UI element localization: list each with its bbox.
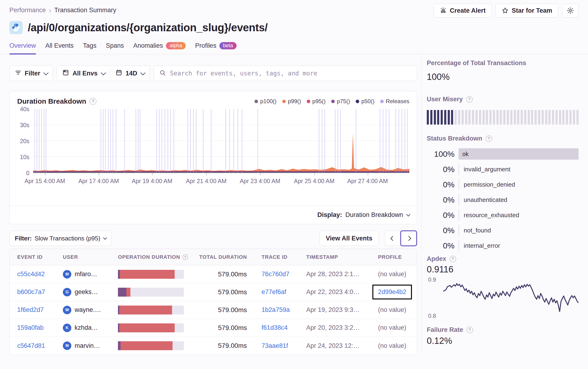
tab-all-events[interactable]: All Events xyxy=(45,42,74,54)
chevron-right-icon xyxy=(406,236,411,241)
events-table: EVENT ID USER OPERATION DURATION? TOTAL … xyxy=(10,249,417,355)
x-tick-mark xyxy=(206,173,207,175)
help-icon[interactable]: ? xyxy=(467,327,473,333)
misery-segment-empty xyxy=(552,110,554,125)
pagination xyxy=(385,230,417,246)
x-tick-mark xyxy=(45,173,45,175)
misery-segment-empty xyxy=(465,110,467,125)
chevron-down-icon[interactable] xyxy=(406,212,410,217)
event-id-link[interactable]: 1f6ed2d7 xyxy=(17,306,63,314)
user-misery-bar[interactable] xyxy=(427,110,578,125)
trace-id-link[interactable]: 73aae81f xyxy=(262,342,306,349)
legend-item-p95[interactable]: p95() xyxy=(307,98,326,105)
x-tick-mark xyxy=(152,173,153,175)
help-icon[interactable]: ? xyxy=(486,135,492,142)
search-input[interactable] xyxy=(170,70,412,77)
x-tick-label: Apr 19 4:00 AM xyxy=(132,178,172,184)
user-misery-heading: User Misery ? xyxy=(427,96,578,103)
star-for-team-button[interactable]: Star for Team xyxy=(495,4,558,17)
legend-item-p100[interactable]: p100() xyxy=(254,98,276,105)
misery-segment-filled xyxy=(444,110,446,125)
duration-chart-plot[interactable] xyxy=(33,109,409,173)
environment-selector[interactable]: All Envs xyxy=(57,66,110,81)
apdex-heading: Apdex ? xyxy=(427,255,578,262)
trace-id-link[interactable]: e77ef6af xyxy=(262,288,306,296)
misery-segment-filled xyxy=(437,110,439,125)
help-icon[interactable]: ? xyxy=(450,256,456,262)
filter-dropdown[interactable]: Filter xyxy=(10,66,53,81)
status-bar-ok[interactable]: ok xyxy=(459,148,578,160)
avatar: G xyxy=(63,288,71,296)
col-user[interactable]: USER xyxy=(63,254,118,260)
user-cell: Mmfaro… xyxy=(63,270,118,279)
status-row-permission-denied: 0% permission_denied xyxy=(427,179,578,190)
gear-icon xyxy=(567,7,574,14)
legend-item-p50[interactable]: p50() xyxy=(356,98,375,105)
zero-bar-tick xyxy=(459,194,459,205)
trace-id-link[interactable]: f61d38c4 xyxy=(262,324,306,331)
events-table-controls: Filter: Slow Transactions (p95) View All… xyxy=(10,230,417,246)
next-page-button[interactable] xyxy=(400,230,417,246)
col-trace-id[interactable]: TRACE ID xyxy=(262,254,306,260)
tab-spans[interactable]: Spans xyxy=(106,42,124,54)
user-name: kzhda… xyxy=(75,324,98,331)
apdex-y-axis: 0.90.8 xyxy=(427,278,443,318)
legend-item-releases[interactable]: Releases xyxy=(380,98,409,105)
y-tick-label: 30s xyxy=(20,122,29,129)
filter-label: Filter xyxy=(25,70,40,77)
create-alert-button[interactable]: Create Alert xyxy=(434,4,492,17)
avatar: M xyxy=(63,341,71,350)
date-range-selector[interactable]: 14D xyxy=(110,66,150,81)
col-total-duration[interactable]: TOTAL DURATION xyxy=(199,254,262,260)
col-operation-duration[interactable]: OPERATION DURATION? xyxy=(118,254,199,260)
status-breakdown-rows: 100% ok 0% invalid_argument 0% permissio… xyxy=(427,148,578,251)
event-id-link[interactable]: c5647d81 xyxy=(17,342,63,349)
trace-id-link[interactable]: 1b2a759a xyxy=(262,306,306,314)
apdex-sparkline[interactable] xyxy=(443,278,578,318)
event-id-link[interactable]: c55c4d42 xyxy=(17,270,63,278)
tab-profiles[interactable]: Profiles beta xyxy=(195,42,237,54)
calendar-icon xyxy=(115,69,122,78)
x-tick-mark xyxy=(260,173,261,175)
alpha-badge: alpha xyxy=(166,42,186,49)
legend-item-p75[interactable]: p75() xyxy=(331,98,350,105)
misery-segment-empty xyxy=(462,110,464,125)
profile-link[interactable]: 2d99e4b2 xyxy=(378,288,406,295)
view-all-events-button[interactable]: View All Events xyxy=(319,231,379,246)
help-icon[interactable]: ? xyxy=(182,254,188,260)
trace-id-link[interactable]: 76c760d7 xyxy=(262,270,306,278)
col-event-id[interactable]: EVENT ID xyxy=(17,254,63,260)
col-timestamp[interactable]: TIMESTAMP xyxy=(306,254,378,260)
display-value[interactable]: Duration Breakdown xyxy=(345,211,403,219)
tab-tags[interactable]: Tags xyxy=(83,42,96,54)
misery-segment-empty xyxy=(542,110,544,125)
settings-button[interactable] xyxy=(562,4,578,17)
status-row-invalid-argument: 0% invalid_argument xyxy=(427,164,578,175)
x-tick-label: Apr 27 4:00 AM xyxy=(347,178,388,184)
misery-segment-empty xyxy=(531,110,533,125)
tab-anomalies[interactable]: Anomalies alpha xyxy=(133,42,186,54)
col-profile[interactable]: PROFILE xyxy=(378,254,417,260)
transactions-filter-dropdown[interactable]: Filter: Slow Transactions (p95) xyxy=(10,231,111,246)
event-id-link[interactable]: b600c7a7 xyxy=(17,288,63,296)
user-misery-section: User Misery ? xyxy=(427,96,578,125)
profile-cell: (no value) xyxy=(378,324,417,331)
misery-segment-empty xyxy=(545,110,547,125)
previous-page-button[interactable] xyxy=(385,231,400,246)
x-tick-label: Apr 17 4:00 AM xyxy=(78,178,119,184)
apdex-chart: 0.90.8 xyxy=(427,278,578,318)
misery-segment-empty xyxy=(538,110,540,125)
events-table-header: EVENT ID USER OPERATION DURATION? TOTAL … xyxy=(10,249,417,265)
legend-item-p99[interactable]: p99() xyxy=(282,98,301,105)
duration-chart-y-axis: 40s30s20s10s0 xyxy=(12,109,33,173)
help-icon[interactable]: ? xyxy=(466,96,473,103)
legend-dot xyxy=(380,100,384,103)
event-id-link[interactable]: 159a0fab xyxy=(17,324,63,331)
breadcrumb-performance[interactable]: Performance xyxy=(10,7,46,14)
misery-segment-empty xyxy=(483,110,485,125)
help-icon[interactable]: ? xyxy=(89,98,96,105)
tab-overview[interactable]: Overview xyxy=(10,42,36,54)
apdex-y-tick-label: 0.8 xyxy=(428,313,436,319)
misery-segment-empty xyxy=(566,110,568,125)
x-tick-label: Apr 25 4:00 AM xyxy=(294,178,335,184)
